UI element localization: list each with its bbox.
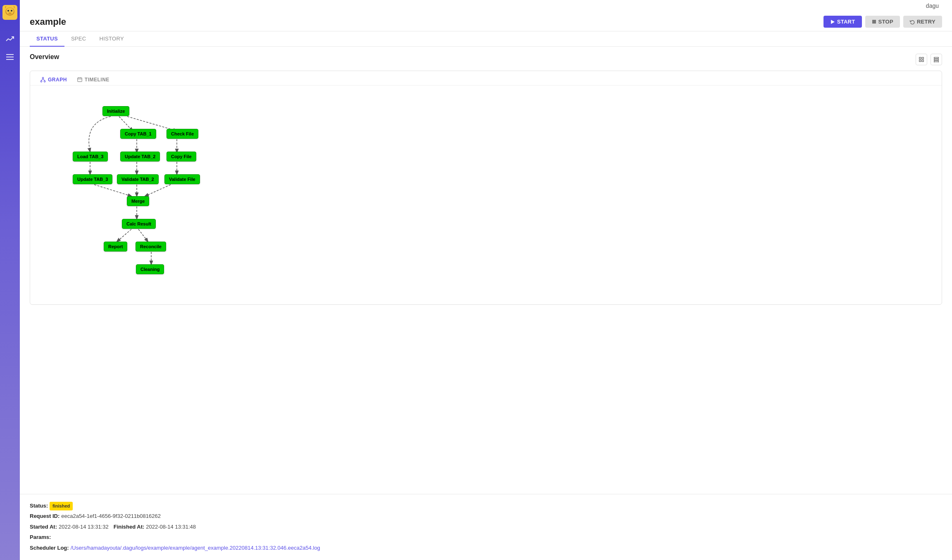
svg-rect-11	[919, 57, 921, 59]
started-at-label: Started At:	[30, 522, 57, 532]
svg-rect-16	[934, 59, 939, 60]
dag-area: Initialize Copy TAB_1 Check File Load TA…	[30, 85, 942, 304]
main-content: dagu example START STOP RETRY STATUS	[20, 0, 952, 560]
request-id-label: Request ID:	[30, 511, 60, 521]
svg-rect-14	[922, 60, 923, 62]
svg-line-39	[138, 229, 148, 242]
params-label: Params:	[30, 532, 51, 542]
sidebar-icon-trend[interactable]	[5, 34, 15, 44]
finished-at-label: Finished At:	[114, 522, 145, 532]
svg-rect-10	[872, 20, 876, 24]
status-row: Status: finished	[30, 501, 942, 511]
request-id-row: Request ID: eeca2a54-1ef1-4656-9f32-0211…	[30, 511, 942, 521]
node-validate-file[interactable]: Validate File	[164, 174, 200, 184]
tab-spec[interactable]: SPEC	[64, 31, 93, 47]
graph-container: GRAPH TIMELINE	[30, 71, 942, 305]
svg-rect-23	[78, 78, 82, 81]
header-actions: START STOP RETRY	[823, 16, 942, 28]
status-badge: finished	[50, 502, 73, 511]
svg-line-36	[145, 185, 171, 196]
node-reconcile[interactable]: Reconcile	[136, 242, 166, 252]
main-tabs: STATUS SPEC HISTORY	[20, 31, 952, 47]
node-check-file[interactable]: Check File	[167, 129, 198, 139]
scheduler-log-row: Scheduler Log: /Users/hamadayouta/.dagu/…	[30, 543, 942, 553]
node-copy-file[interactable]: Copy File	[167, 152, 196, 161]
graph-tab-timeline[interactable]: TIMELINE	[72, 74, 114, 85]
svg-marker-9	[831, 20, 835, 24]
svg-point-20	[44, 81, 45, 82]
svg-line-22	[43, 79, 45, 81]
svg-point-19	[40, 81, 42, 82]
tab-status[interactable]: STATUS	[30, 31, 64, 47]
svg-line-38	[117, 229, 131, 242]
svg-point-4	[11, 10, 12, 12]
svg-line-34	[94, 185, 131, 196]
view-grid-icon[interactable]	[916, 54, 927, 65]
graph-tabs: GRAPH TIMELINE	[30, 71, 942, 85]
content-area: Overview	[20, 47, 952, 494]
node-validate-tab-2[interactable]: Validate TAB_2	[117, 174, 159, 184]
start-button[interactable]: START	[823, 16, 862, 28]
stop-button[interactable]: STOP	[865, 16, 900, 28]
overview-view-icons	[916, 54, 942, 65]
request-id-value: eeca2a54-1ef1-4656-9f32-0211b0816262	[61, 511, 161, 521]
node-cleaning[interactable]: Cleaning	[136, 264, 164, 274]
svg-rect-15	[934, 57, 939, 59]
timing-row: Started At: 2022-08-14 13:31:32 Finished…	[30, 522, 942, 532]
svg-point-3	[7, 10, 9, 12]
node-copy-tab-1[interactable]: Copy TAB_1	[120, 129, 156, 139]
svg-point-18	[42, 77, 44, 79]
finished-at-value: 2022-08-14 13:31:48	[146, 522, 196, 532]
node-load-tab-3[interactable]: Load TAB_3	[73, 152, 108, 161]
svg-point-5	[8, 12, 12, 14]
node-report[interactable]: Report	[104, 242, 127, 252]
tab-history[interactable]: HISTORY	[93, 31, 130, 47]
svg-line-21	[41, 79, 43, 81]
sidebar	[0, 0, 20, 560]
status-section: Status: finished Request ID: eeca2a54-1e…	[20, 494, 952, 560]
node-merge[interactable]: Merge	[127, 196, 149, 206]
view-list-icon[interactable]	[931, 54, 942, 65]
node-update-tab-3[interactable]: Update TAB_3	[73, 174, 112, 184]
node-calc-result[interactable]: Calc Result	[122, 219, 156, 229]
params-row: Params:	[30, 532, 942, 542]
started-at-value: 2022-08-14 13:31:32	[59, 522, 109, 532]
graph-tab-graph[interactable]: GRAPH	[35, 74, 72, 85]
overview-header: Overview	[30, 53, 942, 66]
status-label: Status:	[30, 501, 48, 510]
page-title: example	[30, 17, 66, 27]
node-initialize[interactable]: Initialize	[102, 106, 129, 116]
scheduler-log-link[interactable]: /Users/hamadayouta/.dagu/logs/example/ex…	[71, 543, 320, 553]
retry-button[interactable]: RETRY	[903, 16, 942, 28]
dag-edges	[30, 85, 942, 304]
svg-rect-17	[934, 61, 939, 62]
node-update-tab-2[interactable]: Update TAB_2	[120, 152, 160, 161]
user-name: dagu	[926, 2, 939, 9]
scheduler-log-label: Scheduler Log:	[30, 543, 69, 553]
sidebar-icon-menu[interactable]	[5, 52, 15, 62]
svg-rect-13	[919, 60, 921, 62]
section-title: Overview	[30, 53, 59, 61]
svg-rect-12	[922, 57, 923, 59]
app-logo[interactable]	[2, 5, 17, 21]
page-header: example START STOP RETRY	[20, 9, 952, 31]
